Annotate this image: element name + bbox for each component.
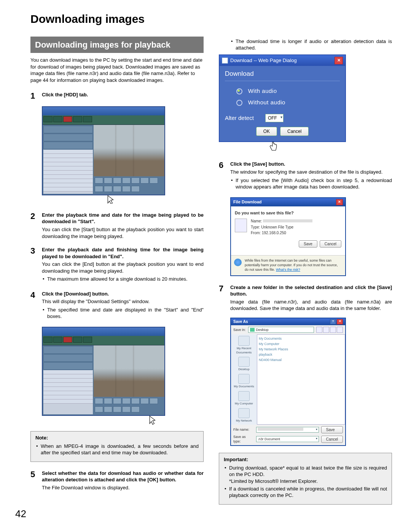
step-text: This will display the "Download Settings… <box>42 298 204 305</box>
step-number: 1 <box>30 90 42 102</box>
step-number: 3 <box>30 245 42 285</box>
file-list[interactable]: My Documents My Computer My Network Plac… <box>257 334 345 425</box>
download-dialog: Download -- Web Page Dialog ✕ Download W… <box>219 54 346 142</box>
step-title: Enter the playback time and date for the… <box>42 212 204 225</box>
step-2: 2 Enter the playback time and date for t… <box>30 211 204 241</box>
page-title: Downloading images <box>30 11 392 27</box>
step-title: Click the [HDD] tab. <box>42 91 204 98</box>
place-desktop[interactable]: Desktop <box>238 357 250 372</box>
radio-with-audio[interactable] <box>236 88 242 94</box>
ok-button[interactable]: OK <box>256 127 277 136</box>
alter-detect-label: Alter detect <box>225 114 254 122</box>
radio-label: Without audio <box>248 99 285 105</box>
dialog-icon <box>222 58 228 64</box>
nav-icon[interactable] <box>316 327 322 333</box>
app-titlebar <box>43 107 164 115</box>
section-header: Downloading images for playback <box>30 37 204 53</box>
close-icon[interactable]: ✕ <box>335 57 343 64</box>
cursor-arrow-icon <box>148 414 157 424</box>
nav-icon[interactable] <box>323 327 329 333</box>
from-value: 192.168.0.250 <box>262 231 286 235</box>
step-text: The window for specifying the save desti… <box>230 169 392 176</box>
note-box: Note: When an MPEG-4 image is downloaded… <box>30 431 204 462</box>
alter-detect-dropdown[interactable]: OFF <box>265 114 284 122</box>
save-in-label: Save in: <box>233 328 246 332</box>
step-5: 5 Select whether the data for download h… <box>30 469 204 492</box>
step5-bullet: The download time is longer if audio or … <box>230 38 392 51</box>
file-download-question: Do you want to save this file? <box>235 210 341 216</box>
step-bullet: The maximum time allowed for a single do… <box>42 276 204 283</box>
step-title: Select whether the data for download has… <box>42 470 204 483</box>
step-1: 1 Click the [HDD] tab. <box>30 90 204 102</box>
help-icon[interactable]: ? <box>330 319 336 324</box>
intro-text: You can download images to the PC by set… <box>30 57 204 83</box>
file-icon <box>235 219 247 232</box>
save-type-field[interactable]: .n3r Document <box>256 436 319 442</box>
step-title: Click the [Download] button. <box>42 291 204 297</box>
close-icon[interactable]: ✕ <box>336 199 343 205</box>
radio-without-audio[interactable] <box>236 100 242 106</box>
from-label: From: <box>251 231 261 235</box>
place-mycomp[interactable]: My Computer <box>235 391 253 406</box>
dialog-title: Save As <box>233 319 248 324</box>
cancel-button[interactable]: Cancel <box>320 240 341 248</box>
dialog-heading: Download <box>225 70 340 78</box>
page-number: 42 <box>15 507 26 521</box>
step-number: 7 <box>219 283 230 313</box>
important-box: Important: During download, space* equal… <box>219 453 392 504</box>
step-6: 6 Click the [Save] button. The window fo… <box>219 160 392 192</box>
step-number: 5 <box>30 469 42 492</box>
important-bullet: During download, space* equal to at leas… <box>224 465 387 485</box>
cursor-arrow-icon <box>107 193 115 204</box>
cancel-button[interactable]: Cancel <box>280 127 309 136</box>
close-icon[interactable]: ✕ <box>337 319 343 324</box>
step-title: Enter the playback date and finishing ti… <box>42 246 204 260</box>
step-text: The File Download window is displayed. <box>42 484 204 491</box>
step-text: You can click the [Start] button at the … <box>42 226 204 240</box>
type-label: Type: <box>251 225 260 229</box>
place-mynet[interactable]: My Network <box>236 408 252 423</box>
step-text: Image data (file name.n3r), and audio da… <box>230 299 392 312</box>
save-button[interactable]: Save <box>299 240 317 248</box>
step-bullet: If you selected the [With Audio] check b… <box>230 177 392 190</box>
step-4: 4 Click the [Download] button. This will… <box>30 289 204 322</box>
important-bullet: If a download is canceled while in progr… <box>224 486 387 499</box>
whats-the-risk-link[interactable]: What's the risk? <box>276 268 300 272</box>
type-value: Unknown File Type <box>261 225 293 229</box>
step-bullet: The specified time and date are displaye… <box>42 307 204 320</box>
save-in-dropdown[interactable]: Desktop <box>248 327 314 333</box>
dialog-title: File Download <box>233 199 262 205</box>
important-title: Important: <box>224 456 387 463</box>
radio-label: With audio <box>248 88 277 94</box>
save-as-dialog: Save As ?✕ Save in: Desktop My Recent Do… <box>230 318 346 446</box>
place-mydocs[interactable]: My Documents <box>234 374 254 389</box>
nav-icon[interactable] <box>330 327 336 333</box>
place-recent[interactable]: My Recent Documents <box>233 336 255 355</box>
save-type-label: Save as type: <box>233 435 254 444</box>
file-download-dialog: File Download ✕ Do you want to save this… <box>230 197 346 276</box>
note-title: Note: <box>35 435 199 441</box>
step-3: 3 Enter the playback date and finishing … <box>30 245 204 285</box>
step-7: 7 Create a new folder in the selected de… <box>219 283 392 313</box>
file-name-label: File name: <box>233 427 254 432</box>
name-label: Name: <box>251 219 262 223</box>
step-number: 4 <box>30 289 42 322</box>
step-text: You can click the [End] button at the pl… <box>42 261 204 274</box>
step-number: 6 <box>219 160 230 192</box>
cancel-button[interactable]: Cancel <box>321 436 343 443</box>
nav-icon[interactable] <box>337 327 343 333</box>
step-title: Create a new folder in the selected dest… <box>230 284 392 297</box>
cursor-hand-icon <box>268 141 278 153</box>
screenshot-download-button <box>42 327 204 424</box>
note-bullet: When an MPEG-4 image is downloaded, a fe… <box>35 443 199 456</box>
step-title: Click the [Save] button. <box>230 161 392 168</box>
save-button[interactable]: Save <box>321 426 343 434</box>
dialog-title: Download -- Web Page Dialog <box>230 57 297 64</box>
file-name-field[interactable] <box>256 427 319 433</box>
info-icon <box>234 259 242 266</box>
step-number: 2 <box>30 211 42 241</box>
screenshot-hdd-tab <box>42 106 204 204</box>
